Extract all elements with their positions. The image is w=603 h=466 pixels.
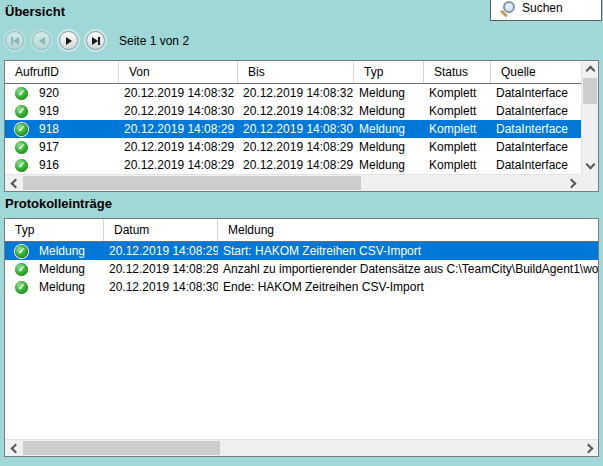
cell-bis: 20.12.2019 14:08:30 [238,120,354,138]
green-check-circle-icon: ✓ [15,105,28,118]
table-row-selected[interactable]: ✓918 20.12.2019 14:08:29 20.12.2019 14:0… [5,120,598,138]
cell-bis: 20.12.2019 14:08:29 [238,138,354,156]
column-header-typ[interactable]: Typ [5,219,104,241]
cell-typ: Meldung [39,242,85,260]
cell-status: Komplett [424,156,491,174]
scrollbar-corner [581,174,598,191]
table-row[interactable]: ✓916 20.12.2019 14:08:29 20.12.2019 14:0… [5,156,598,174]
green-check-circle-icon: ✓ [15,123,28,136]
cell-meldung: Start: HAKOM Zeitreihen CSV-Import [218,242,598,260]
column-header-bis[interactable]: Bis [238,61,354,83]
cell-quelle: DataInterface [491,84,581,102]
cell-meldung: Ende: HAKOM Zeitreihen CSV-Import [218,278,598,296]
column-header-aufrufid[interactable]: AufrufID [5,61,119,83]
scroll-left-icon[interactable] [5,440,22,457]
cell-quelle: DataInterface [491,120,581,138]
column-header-meldung[interactable]: Meldung [218,219,598,241]
cell-typ: Meldung [39,260,85,278]
scroll-right-icon[interactable] [564,175,581,192]
cell-aufrufid: 917 [39,138,59,156]
section-title-protokolleintraege: Protokolleinträge [5,196,112,211]
cell-bis: 20.12.2019 14:08:32 [238,84,354,102]
cell-typ: Meldung [354,120,424,138]
table-row[interactable]: ✓Meldung 20.12.2019 14:08:30 Ende: HAKOM… [5,278,598,296]
page-indicator: Seite 1 von 2 [119,34,189,48]
cell-aufrufid: 920 [39,84,59,102]
cell-quelle: DataInterface [491,138,581,156]
green-check-circle-icon: ✓ [15,159,28,172]
calls-table-header: AufrufID Von Bis Typ Status Quelle [5,61,598,84]
cell-von: 20.12.2019 14:08:29 [119,156,238,174]
table-row[interactable]: ✓919 20.12.2019 14:08:30 20.12.2019 14:0… [5,102,598,120]
previous-page-button[interactable] [32,31,51,50]
last-page-button[interactable] [86,31,105,50]
cell-status: Komplett [424,138,491,156]
cell-aufrufid: 916 [39,156,59,174]
scroll-down-icon[interactable] [582,158,599,174]
cell-aufrufid: 919 [39,102,59,120]
cell-typ: Meldung [354,156,424,174]
scroll-up-icon[interactable] [582,61,599,77]
cell-typ: Meldung [39,278,85,296]
table-row-selected[interactable]: ✓Meldung 20.12.2019 14:08:29 Start: HAKO… [5,242,598,260]
next-page-button[interactable] [59,31,78,50]
magnifier-icon [500,1,515,15]
cell-status: Komplett [424,102,491,120]
cell-quelle: DataInterface [491,102,581,120]
table-row[interactable]: ✓920 20.12.2019 14:08:32 20.12.2019 14:0… [5,84,598,102]
horizontal-scrollbar[interactable] [5,439,598,456]
horizontal-scrollbar[interactable] [5,174,581,191]
cell-von: 20.12.2019 14:08:29 [119,138,238,156]
cell-von: 20.12.2019 14:08:29 [119,120,238,138]
cell-datum: 20.12.2019 14:08:30 [104,278,218,296]
page-title: Übersicht [5,4,65,19]
log-table: Typ Datum Meldung ✓Meldung 20.12.2019 14… [4,218,599,457]
cell-datum: 20.12.2019 14:08:29 [104,260,218,278]
scroll-right-icon[interactable] [581,440,598,457]
cell-status: Komplett [424,84,491,102]
column-header-status[interactable]: Status [424,61,491,83]
green-check-circle-icon: ✓ [15,245,28,258]
cell-meldung: Anzahl zu importierender Datensätze aus … [218,260,598,278]
column-header-von[interactable]: Von [119,61,238,83]
scroll-left-icon[interactable] [5,175,22,192]
table-row[interactable]: ✓Meldung 20.12.2019 14:08:29 Anzahl zu i… [5,260,598,278]
cell-typ: Meldung [354,138,424,156]
cell-status: Komplett [424,120,491,138]
column-header-typ[interactable]: Typ [354,61,424,83]
cell-von: 20.12.2019 14:08:30 [119,102,238,120]
green-check-circle-icon: ✓ [15,281,28,294]
calls-table: AufrufID Von Bis Typ Status Quelle ✓920 … [4,60,599,192]
cell-bis: 20.12.2019 14:08:32 [238,102,354,120]
cell-typ: Meldung [354,102,424,120]
green-check-circle-icon: ✓ [15,141,28,154]
cell-bis: 20.12.2019 14:08:29 [238,156,354,174]
search-button[interactable]: Suchen [490,0,602,21]
column-header-quelle[interactable]: Quelle [491,61,581,83]
cell-aufrufid: 918 [39,120,59,138]
log-table-header: Typ Datum Meldung [5,219,598,242]
cell-quelle: DataInterface [491,156,581,174]
search-button-label: Suchen [522,1,563,15]
green-check-circle-icon: ✓ [15,87,28,100]
scrollbar-thumb[interactable] [583,78,597,104]
scrollbar-thumb[interactable] [23,176,361,190]
green-check-circle-icon: ✓ [15,263,28,276]
pagination-bar: Seite 1 von 2 [5,31,189,50]
scrollbar-thumb[interactable] [23,441,220,455]
cell-typ: Meldung [354,84,424,102]
column-header-datum[interactable]: Datum [104,219,218,241]
vertical-scrollbar[interactable] [581,61,598,174]
cell-datum: 20.12.2019 14:08:29 [104,242,218,260]
cell-von: 20.12.2019 14:08:32 [119,84,238,102]
first-page-button[interactable] [5,31,24,50]
table-row[interactable]: ✓917 20.12.2019 14:08:29 20.12.2019 14:0… [5,138,598,156]
